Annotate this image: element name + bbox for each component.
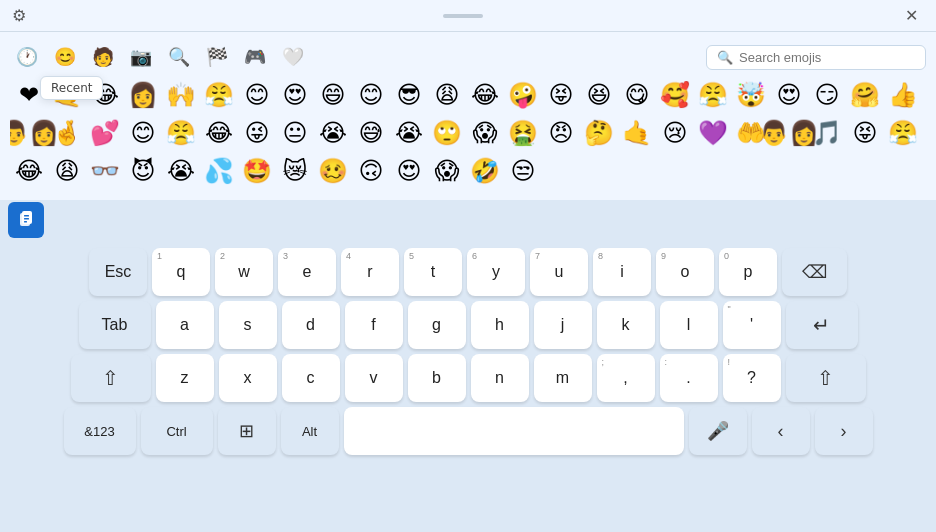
key-backspace[interactable]: ⌫ bbox=[782, 248, 847, 296]
emoji-cell[interactable]: 😏 bbox=[808, 76, 846, 114]
key-n[interactable]: n bbox=[471, 354, 529, 402]
emoji-cell[interactable]: 😭 bbox=[162, 152, 200, 190]
emoji-cell[interactable]: 💦 bbox=[200, 152, 238, 190]
emoji-cell[interactable]: 🤙 bbox=[618, 114, 656, 152]
emoji-cell[interactable]: 😐 bbox=[276, 114, 314, 152]
emoji-cell[interactable]: 🥰 bbox=[656, 76, 694, 114]
key-t[interactable]: 5t bbox=[404, 248, 462, 296]
key-question[interactable]: !? bbox=[723, 354, 781, 402]
emoji-cell[interactable]: 😤 bbox=[162, 114, 200, 152]
emoji-cell[interactable]: 🙃 bbox=[352, 152, 390, 190]
emoji-cell[interactable]: 👍 bbox=[884, 76, 922, 114]
emoji-cell[interactable]: 👩 bbox=[124, 76, 162, 114]
key-microphone[interactable]: 🎤 bbox=[689, 407, 747, 455]
key-p[interactable]: 0p bbox=[719, 248, 777, 296]
emoji-cell[interactable]: 🤮 bbox=[504, 114, 542, 152]
emoji-cell[interactable]: 😄 bbox=[314, 76, 352, 114]
tab-heart[interactable]: 🤍 bbox=[276, 42, 310, 72]
emoji-cell[interactable]: 😿 bbox=[276, 152, 314, 190]
emoji-cell[interactable]: 😍 bbox=[770, 76, 808, 114]
key-x[interactable]: x bbox=[219, 354, 277, 402]
tab-nature[interactable]: 📷 bbox=[124, 42, 158, 72]
emoji-cell[interactable]: 💕 bbox=[86, 114, 124, 152]
emoji-cell[interactable]: 😊 bbox=[238, 76, 276, 114]
emoji-cell[interactable]: 👓 bbox=[86, 152, 124, 190]
key-ctrl[interactable]: Ctrl bbox=[141, 407, 213, 455]
emoji-cell[interactable]: 😋 bbox=[618, 76, 656, 114]
emoji-cell[interactable]: 😩 bbox=[48, 152, 86, 190]
tab-smiley[interactable]: 😊 bbox=[48, 42, 82, 72]
key-esc[interactable]: Esc bbox=[89, 248, 147, 296]
key-e[interactable]: 3e bbox=[278, 248, 336, 296]
key-a[interactable]: a bbox=[156, 301, 214, 349]
clipboard-button[interactable] bbox=[8, 202, 44, 238]
emoji-cell[interactable]: 🥴 bbox=[314, 152, 352, 190]
emoji-cell[interactable]: 😤 bbox=[694, 76, 732, 114]
key-period[interactable]: :. bbox=[660, 354, 718, 402]
emoji-cell[interactable]: 🤪 bbox=[504, 76, 542, 114]
emoji-cell[interactable]: 👨‍👩 bbox=[10, 114, 48, 152]
emoji-cell[interactable]: 😭 bbox=[314, 114, 352, 152]
key-g[interactable]: g bbox=[408, 301, 466, 349]
emoji-cell[interactable]: 😍 bbox=[276, 76, 314, 114]
tab-flag[interactable]: 🏁 bbox=[200, 42, 234, 72]
key-comma[interactable]: ;, bbox=[597, 354, 655, 402]
key-m[interactable]: m bbox=[534, 354, 592, 402]
key-enter[interactable]: ↵ bbox=[786, 301, 858, 349]
emoji-cell[interactable]: 😝 bbox=[542, 76, 580, 114]
emoji-cell[interactable]: 🤣 bbox=[466, 152, 504, 190]
key-symbols[interactable]: &123 bbox=[64, 407, 136, 455]
key-r[interactable]: 4r bbox=[341, 248, 399, 296]
emoji-cell[interactable]: 😅 bbox=[352, 114, 390, 152]
key-shift-right[interactable]: ⇧ bbox=[786, 354, 866, 402]
emoji-cell[interactable]: 🤩 bbox=[238, 152, 276, 190]
tab-game[interactable]: 🎮 bbox=[238, 42, 272, 72]
emoji-cell[interactable]: 🎵 bbox=[808, 114, 846, 152]
emoji-cell[interactable]: 😊 bbox=[124, 114, 162, 152]
emoji-cell[interactable]: 😆 bbox=[580, 76, 618, 114]
key-shift-left[interactable]: ⇧ bbox=[71, 354, 151, 402]
emoji-cell[interactable]: 😩 bbox=[428, 76, 466, 114]
emoji-cell[interactable]: 😱 bbox=[466, 114, 504, 152]
emoji-cell[interactable]: 😂 bbox=[10, 152, 48, 190]
emoji-cell[interactable]: 💜 bbox=[694, 114, 732, 152]
key-space[interactable] bbox=[344, 407, 684, 455]
emoji-cell[interactable]: 🙌 bbox=[162, 76, 200, 114]
search-input[interactable] bbox=[739, 50, 915, 65]
emoji-cell[interactable]: 😝 bbox=[846, 114, 884, 152]
emoji-cell[interactable]: 😠 bbox=[542, 114, 580, 152]
key-alt[interactable]: Alt bbox=[281, 407, 339, 455]
key-apostrophe[interactable]: "' bbox=[723, 301, 781, 349]
emoji-cell[interactable]: 😂 bbox=[200, 114, 238, 152]
settings-icon[interactable]: ⚙ bbox=[12, 6, 26, 25]
key-d[interactable]: d bbox=[282, 301, 340, 349]
key-arrow-right[interactable]: › bbox=[815, 407, 873, 455]
tab-recent[interactable]: 🕐 bbox=[10, 42, 44, 72]
search-box[interactable]: 🔍 bbox=[706, 45, 926, 70]
key-windows[interactable]: ⊞ bbox=[218, 407, 276, 455]
emoji-cell[interactable]: 😤 bbox=[884, 114, 922, 152]
key-c[interactable]: c bbox=[282, 354, 340, 402]
emoji-cell[interactable]: 😍 bbox=[390, 152, 428, 190]
emoji-cell[interactable]: 🤗 bbox=[846, 76, 884, 114]
key-h[interactable]: h bbox=[471, 301, 529, 349]
key-v[interactable]: v bbox=[345, 354, 403, 402]
tab-search2[interactable]: 🔍 bbox=[162, 42, 196, 72]
key-w[interactable]: 2w bbox=[215, 248, 273, 296]
key-q[interactable]: 1q bbox=[152, 248, 210, 296]
emoji-cell[interactable]: 👨‍👩 bbox=[770, 114, 808, 152]
emoji-cell[interactable]: 🙄 bbox=[428, 114, 466, 152]
emoji-cell[interactable]: 😢 bbox=[656, 114, 694, 152]
tab-people[interactable]: 🧑 bbox=[86, 42, 120, 72]
key-tab[interactable]: Tab bbox=[79, 301, 151, 349]
emoji-cell[interactable]: 😒 bbox=[504, 152, 542, 190]
emoji-cell[interactable]: 😊 bbox=[352, 76, 390, 114]
key-y[interactable]: 6y bbox=[467, 248, 525, 296]
key-u[interactable]: 7u bbox=[530, 248, 588, 296]
key-arrow-left[interactable]: ‹ bbox=[752, 407, 810, 455]
emoji-cell[interactable]: 😈 bbox=[124, 152, 162, 190]
key-z[interactable]: z bbox=[156, 354, 214, 402]
emoji-cell[interactable]: 😂 bbox=[466, 76, 504, 114]
emoji-cell[interactable]: 😎 bbox=[390, 76, 428, 114]
emoji-cell[interactable]: 😜 bbox=[238, 114, 276, 152]
